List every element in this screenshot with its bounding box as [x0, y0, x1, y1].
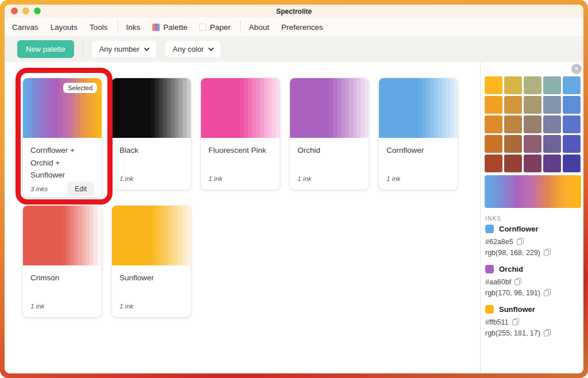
ink-count: 1 ink: [30, 303, 44, 310]
palette-card-sunflower[interactable]: Sunflower 1 ink: [112, 206, 191, 317]
copy-icon[interactable]: [512, 318, 519, 326]
new-palette-button[interactable]: New palette: [17, 40, 74, 58]
mix-grid-swatch[interactable]: [543, 135, 561, 153]
mix-grid-swatch[interactable]: [485, 135, 502, 153]
mix-grid-swatch[interactable]: [524, 96, 541, 114]
palette-gradient-icon: [152, 24, 160, 31]
ink-count: 1 ink: [297, 175, 311, 182]
mix-grid-swatch[interactable]: [543, 76, 561, 94]
color-filter-dropdown[interactable]: Any color: [165, 41, 220, 57]
ink-rgb-value: rgb(255, 181, 17): [485, 329, 540, 337]
mix-grid-swatch[interactable]: [563, 96, 581, 114]
mix-grid-swatch[interactable]: [485, 76, 502, 94]
palette-name: Cornflower: [386, 144, 450, 157]
ink-count: 1 ink: [386, 175, 400, 182]
copy-icon[interactable]: [544, 329, 551, 337]
palette-card-crimson[interactable]: Crimson 1 ink: [23, 206, 102, 317]
minimize-window-icon[interactable]: [22, 7, 29, 14]
mix-grid-swatch[interactable]: [504, 96, 522, 114]
toolbar-divider: [83, 41, 83, 58]
menu-tools[interactable]: Tools: [90, 23, 108, 32]
copy-icon[interactable]: [544, 249, 551, 256]
mix-grid-swatch[interactable]: [485, 96, 502, 114]
menu-bar: Canvas Layouts Tools Inks Palette Paper …: [5, 18, 583, 36]
mix-grid-swatch[interactable]: [563, 76, 581, 94]
mix-grid-swatch[interactable]: [524, 76, 541, 94]
palette-name: Fluorescent Pink: [208, 144, 272, 157]
mix-grid-swatch[interactable]: [485, 115, 502, 133]
close-icon[interactable]: ✕: [571, 64, 582, 74]
palette-card-fluorescent-pink[interactable]: Fluorescent Pink 1 ink: [201, 78, 280, 190]
paper-icon: [199, 24, 206, 30]
palette-swatch-gradient: [112, 78, 191, 138]
menu-divider: [118, 21, 118, 33]
edit-button[interactable]: Edit: [67, 182, 94, 196]
ink-rgb-value: rgb(98, 168, 229): [485, 249, 540, 257]
mix-grid-swatch[interactable]: [524, 155, 541, 172]
ink-hex-value: #62a8e5: [485, 238, 513, 246]
menu-paper-label: Paper: [210, 23, 230, 32]
ink-entry-orchid: Orchid #aa60bf rgb(170, 96, 191): [485, 265, 580, 298]
mix-grid-swatch[interactable]: [485, 155, 502, 172]
copy-icon[interactable]: [517, 238, 524, 245]
inks-section-label: INKS: [485, 215, 501, 222]
mix-grid-swatch[interactable]: [524, 115, 541, 133]
ink-color-swatch: [485, 305, 494, 314]
menu-about[interactable]: About: [249, 23, 269, 32]
menu-palette[interactable]: Palette: [152, 23, 187, 32]
copy-icon[interactable]: [544, 289, 551, 296]
ink-name: Orchid: [499, 265, 523, 273]
palette-card-orchid[interactable]: Orchid 1 ink: [290, 78, 369, 190]
mix-grid-swatch[interactable]: [504, 155, 522, 172]
palette-swatch-gradient: [201, 78, 280, 138]
palette-card-black[interactable]: Black 1 ink: [112, 78, 191, 190]
menu-layouts[interactable]: Layouts: [51, 23, 78, 32]
palette-name: Sunflower: [119, 272, 183, 284]
palette-name: Crimson: [30, 272, 94, 284]
inspector-sidebar: ✕ INKS Cornflower #62a8e5: [480, 62, 583, 373]
palette-cards: Selected Cornflower + Orchid + Sunflower…: [23, 78, 458, 317]
mix-grid-swatch[interactable]: [504, 76, 522, 94]
menu-paper[interactable]: Paper: [199, 23, 230, 32]
number-filter-dropdown[interactable]: Any number: [92, 41, 156, 57]
mix-grid-swatch[interactable]: [563, 155, 581, 172]
ink-name: Cornflower: [499, 225, 539, 233]
mix-grid-swatch[interactable]: [504, 115, 522, 133]
ink-entry-sunflower: Sunflower #ffb511 rgb(255, 181, 17): [485, 305, 580, 338]
menu-canvas[interactable]: Canvas: [12, 23, 38, 32]
mix-grid-swatch[interactable]: [504, 135, 522, 153]
number-filter-value: Any number: [99, 45, 140, 53]
mix-grid-swatch[interactable]: [563, 115, 581, 133]
palette-swatch-gradient: [290, 78, 369, 138]
mix-grid-swatch[interactable]: [524, 135, 541, 153]
menu-divider: [240, 21, 241, 33]
ink-color-swatch: [485, 225, 494, 233]
copy-icon[interactable]: [514, 278, 521, 286]
ink-rgb-value: rgb(170, 96, 191): [485, 289, 540, 297]
palette-swatch-gradient: Selected: [23, 78, 102, 138]
mix-grid-swatch[interactable]: [563, 135, 581, 153]
palette-gradient-preview: [485, 175, 581, 208]
traffic-lights: [11, 7, 41, 14]
mix-grid-swatch[interactable]: [543, 96, 561, 114]
ink-hex-value: #ffb511: [485, 318, 509, 326]
window-frame: Spectrolite Canvas Layouts Tools Inks Pa…: [0, 0, 588, 378]
menu-inks[interactable]: Inks: [126, 23, 141, 32]
mix-grid-swatch[interactable]: [543, 155, 561, 172]
zoom-window-icon[interactable]: [34, 7, 41, 14]
toolbar: New palette Any number Any color: [5, 36, 583, 62]
menu-preferences[interactable]: Preferences: [281, 23, 323, 32]
palette-grid-area: Selected Cornflower + Orchid + Sunflower…: [5, 62, 480, 373]
palette-swatch-gradient: [379, 78, 458, 138]
palette-card-cornflower[interactable]: Cornflower 1 ink: [379, 78, 458, 190]
mix-grid-swatch[interactable]: [543, 115, 561, 133]
ink-color-swatch: [485, 265, 494, 273]
window-title: Spectrolite: [276, 7, 312, 16]
color-mix-grid: [485, 76, 581, 172]
ink-count: 1 ink: [208, 175, 222, 182]
ink-entry-cornflower: Cornflower #62a8e5 rgb(98, 168, 229): [485, 225, 580, 258]
app-window: Spectrolite Canvas Layouts Tools Inks Pa…: [5, 5, 583, 373]
palette-card-cornflower-orchid-sunflower[interactable]: Selected Cornflower + Orchid + Sunflower…: [23, 78, 102, 197]
ink-hex-value: #aa60bf: [485, 278, 511, 286]
close-window-icon[interactable]: [11, 7, 18, 14]
